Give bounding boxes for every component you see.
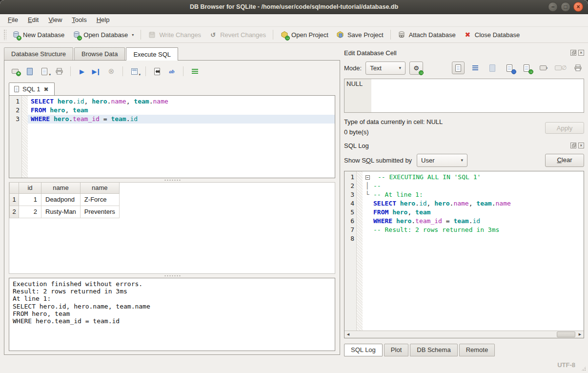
replace-icon: ab bbox=[169, 68, 175, 74]
save-sql-file-button[interactable]: ▾ bbox=[38, 65, 51, 77]
scroll-left-icon[interactable]: ◀ bbox=[345, 331, 352, 338]
export-cell-button[interactable] bbox=[503, 62, 516, 74]
save-project-button[interactable]: Save Project bbox=[332, 29, 387, 41]
mode-combo[interactable]: Text ▾ bbox=[365, 62, 406, 75]
close-button[interactable]: × bbox=[573, 2, 583, 12]
execute-line-button[interactable]: ▶❙ bbox=[90, 65, 103, 77]
code-line: − -- EXECUTING ALL IN 'SQL 1' bbox=[363, 173, 584, 182]
save-dropdown-icon[interactable]: ▾ bbox=[49, 73, 51, 77]
open-sql-file-button[interactable] bbox=[23, 65, 36, 77]
table-cell[interactable]: Rusty-Man bbox=[41, 206, 81, 218]
line-number: 4 bbox=[345, 199, 354, 208]
sql-log-viewer[interactable]: 12345678 − -- EXECUTING ALL IN 'SQL 1'│-… bbox=[344, 171, 584, 338]
execution-message[interactable]: Execution finished without errors. Resul… bbox=[9, 278, 335, 351]
fold-guide bbox=[365, 208, 373, 217]
print-sql-button[interactable] bbox=[53, 65, 65, 77]
table-cell[interactable]: 2 bbox=[19, 206, 41, 218]
close-dock-icon[interactable]: × bbox=[578, 50, 584, 56]
grid-corner[interactable] bbox=[10, 183, 19, 193]
open-in-app-button[interactable]: ∞ bbox=[537, 62, 550, 74]
close-tab-icon[interactable]: ✖ bbox=[43, 86, 48, 93]
table-cell[interactable]: Z-Force bbox=[80, 193, 119, 206]
main-tab-bar: Database Structure Browse Data Execute S… bbox=[4, 46, 340, 60]
fold-guide bbox=[365, 217, 373, 226]
column-header-name[interactable]: name bbox=[80, 183, 119, 193]
replace-button[interactable]: ab bbox=[165, 65, 178, 77]
dock-tab-plot[interactable]: Plot bbox=[384, 344, 408, 356]
close-database-button[interactable]: ✖ Close Database bbox=[460, 29, 524, 41]
row-header[interactable]: 1 bbox=[10, 193, 19, 206]
toolbar-drag-handle[interactable] bbox=[3, 29, 6, 40]
open-file-icon bbox=[27, 68, 33, 75]
results-grid[interactable]: idnamename11DeadpondZ-Force22Rusty-ManPr… bbox=[9, 182, 335, 274]
resize-grip-icon[interactable] bbox=[580, 365, 587, 372]
execute-all-button[interactable]: ▶ bbox=[76, 65, 88, 77]
menu-view[interactable]: View bbox=[43, 14, 67, 26]
execute-all-icon: ▶ bbox=[80, 68, 84, 75]
scrollbar-thumb[interactable] bbox=[557, 332, 575, 337]
maximize-button[interactable]: □ bbox=[561, 2, 570, 12]
tab-browse-data[interactable]: Browse Data bbox=[74, 47, 125, 60]
column-header-name[interactable]: name bbox=[41, 183, 81, 193]
splitter-handle[interactable] bbox=[9, 274, 335, 278]
sql1-tab[interactable]: SQL 1 ✖ bbox=[9, 83, 55, 96]
fold-marker-icon[interactable]: − bbox=[365, 175, 370, 180]
print-cell-button[interactable] bbox=[571, 62, 584, 74]
log-horizontal-scrollbar[interactable]: ◀ ▶ bbox=[345, 331, 584, 338]
minimize-button[interactable]: − bbox=[548, 2, 558, 12]
save-results-button[interactable]: ▾ bbox=[128, 65, 141, 77]
clear-log-button[interactable]: Clear bbox=[545, 154, 584, 167]
log-line-numbers: 12345678 bbox=[345, 171, 357, 331]
cell-mode-row: Mode: Text ▾ ⚙ → → ∞ ∅ bbox=[344, 60, 584, 76]
menu-file[interactable]: File bbox=[3, 14, 23, 26]
text-mode-button[interactable] bbox=[452, 62, 465, 74]
table-row: 22Rusty-ManPreventers bbox=[10, 206, 120, 218]
scroll-right-icon[interactable]: ▶ bbox=[576, 331, 584, 338]
edit-cell-dock-header: Edit Database Cell × bbox=[344, 47, 584, 58]
new-database-icon: + bbox=[12, 31, 20, 39]
column-header-id[interactable]: id bbox=[19, 183, 41, 193]
open-sql-tab-button[interactable]: + bbox=[9, 65, 21, 77]
auto-apply-button[interactable]: ⚙ → bbox=[409, 62, 423, 75]
submitted-by-combo[interactable]: User ▾ bbox=[417, 154, 467, 167]
close-database-label: Close Database bbox=[475, 31, 520, 39]
menu-tools[interactable]: Tools bbox=[67, 14, 91, 26]
dock-tab-sql-log[interactable]: SQL Log bbox=[344, 344, 383, 356]
menu-help[interactable]: Help bbox=[92, 14, 115, 26]
splitter-handle[interactable] bbox=[9, 178, 335, 182]
maximize-icon: □ bbox=[564, 3, 567, 10]
tab-database-structure[interactable]: Database Structure bbox=[4, 47, 73, 60]
sql-editor[interactable]: 123 SELECT hero.id, hero.name, team.name… bbox=[9, 95, 335, 178]
right-panel: Edit Database Cell × Mode: Text ▾ ⚙ → bbox=[344, 46, 584, 356]
open-database-dropdown-icon[interactable]: ▾ bbox=[132, 33, 134, 37]
float-dock-icon[interactable] bbox=[570, 50, 576, 56]
open-project-button[interactable]: → Open Project bbox=[276, 29, 332, 41]
table-cell[interactable]: Preventers bbox=[80, 206, 119, 218]
save-results-dropdown-icon[interactable]: ▾ bbox=[139, 73, 141, 77]
cell-editor-area[interactable] bbox=[371, 79, 584, 112]
tab-execute-sql[interactable]: Execute SQL bbox=[126, 47, 178, 61]
menu-edit[interactable]: Edit bbox=[23, 14, 43, 26]
apply-cell-button[interactable]: → bbox=[520, 62, 533, 74]
cell-editor[interactable]: NULL bbox=[344, 79, 584, 113]
dock-tab-remote[interactable]: Remote bbox=[459, 344, 495, 356]
title-bar[interactable]: DB Browser for SQLite - /home/user/code/… bbox=[0, 0, 588, 14]
cell-value: NULL bbox=[345, 79, 371, 112]
word-wrap-button[interactable] bbox=[469, 62, 482, 74]
attach-database-label: Attach Database bbox=[409, 31, 456, 39]
plus-badge-icon: + bbox=[16, 71, 21, 76]
table-cell[interactable]: Deadpond bbox=[41, 193, 81, 206]
print-icon bbox=[574, 64, 582, 71]
float-dock-icon[interactable] bbox=[570, 143, 576, 148]
minimize-icon: − bbox=[551, 3, 554, 10]
code-line bbox=[363, 234, 584, 243]
format-sql-button[interactable] bbox=[188, 65, 201, 77]
new-database-button[interactable]: + New Database bbox=[8, 29, 68, 41]
dock-tab-db-schema[interactable]: DB Schema bbox=[410, 344, 457, 356]
close-dock-icon[interactable]: × bbox=[578, 143, 584, 148]
open-database-button[interactable]: → Open Database ▾ bbox=[68, 29, 138, 41]
row-header[interactable]: 2 bbox=[10, 206, 19, 218]
table-cell[interactable]: 1 bbox=[19, 193, 41, 206]
find-button[interactable] bbox=[151, 65, 163, 77]
attach-database-button[interactable]: Attach Database bbox=[394, 29, 460, 41]
